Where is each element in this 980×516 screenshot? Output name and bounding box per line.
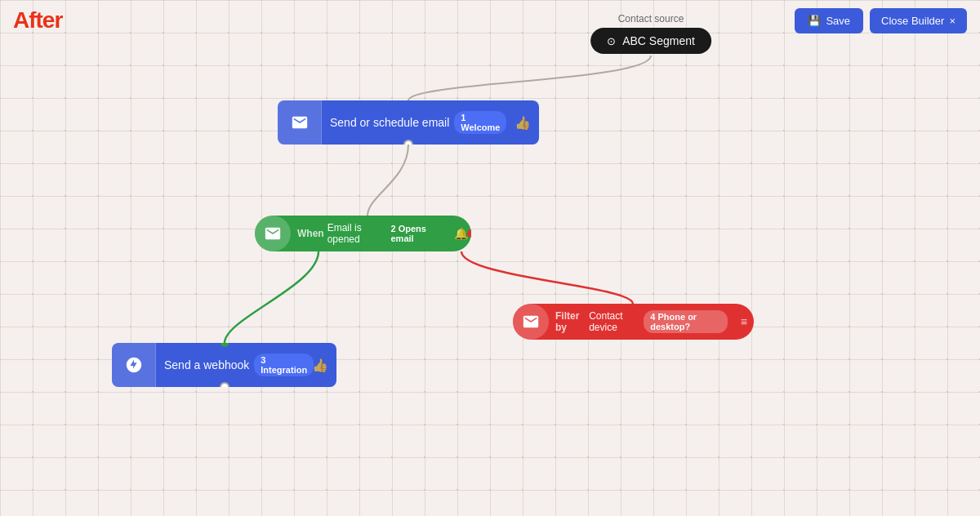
filter-badge: 4 Phone or desktop? (644, 310, 728, 333)
webhook-badge: 3 Integration (254, 354, 314, 376)
thumbs-up-icon: 👍 (514, 115, 539, 131)
send-email-badge: 1 Welcome (454, 111, 506, 134)
save-icon: 💾 (808, 15, 821, 27)
filter-menu-icon: ≡ (734, 315, 754, 328)
when-label: When (297, 228, 324, 239)
when-badge: 2 Opens email (384, 222, 444, 245)
contact-source-pill[interactable]: ⊙ ABC Segment (590, 28, 711, 54)
webhook-node[interactable]: Send a webhook 3 Integration 👍 (112, 343, 336, 387)
webhook-top-connector (220, 343, 229, 347)
save-button[interactable]: 💾 Save (795, 8, 863, 33)
send-email-content: Send or schedule email 1 Welcome (322, 111, 514, 134)
header: After 💾 Save Close Builder × (0, 0, 980, 41)
webhook-thumbs-up-icon: 👍 (312, 358, 336, 373)
send-email-icon-box (278, 100, 322, 145)
when-bottom-connector (305, 247, 313, 251)
header-actions: 💾 Save Close Builder × (795, 8, 967, 33)
filter-icon-box (513, 304, 549, 340)
when-email-icon (264, 225, 282, 242)
when-node[interactable]: When Email is opened 2 Opens email 🔔 (255, 216, 471, 251)
contact-source-icon: ⊙ (607, 35, 616, 47)
filter-content: Filter by Contact device 4 Phone or desk… (549, 310, 734, 333)
webhook-icon (125, 356, 143, 374)
send-email-title: Send or schedule email (330, 116, 449, 129)
close-builder-button[interactable]: Close Builder × (870, 8, 967, 33)
when-condition: Email is opened (327, 222, 381, 245)
send-email-node[interactable]: Send or schedule email 1 Welcome 👍 (278, 100, 539, 145)
webhook-icon-box (112, 343, 156, 387)
when-right-connector (467, 229, 471, 238)
email-icon (291, 113, 309, 131)
contact-source-label: Contact source (618, 13, 684, 24)
webhook-title: Send a webhook (164, 358, 249, 371)
send-email-bottom-connector (403, 140, 413, 145)
filter-label: Filter by (555, 310, 586, 333)
logo: After (13, 7, 62, 33)
contact-source-value: ABC Segment (622, 34, 695, 47)
when-content: When Email is opened 2 Opens email (291, 222, 451, 245)
filter-condition: Contact device (589, 310, 640, 333)
webhook-bottom-connector (220, 382, 229, 387)
filter-icon (522, 313, 540, 331)
close-icon: × (949, 15, 956, 27)
filter-node[interactable]: Filter by Contact device 4 Phone or desk… (513, 304, 754, 340)
webhook-content: Send a webhook 3 Integration (156, 354, 312, 376)
when-icon-box (255, 216, 291, 251)
contact-source-wrapper: Contact source ⊙ ABC Segment (590, 13, 711, 54)
